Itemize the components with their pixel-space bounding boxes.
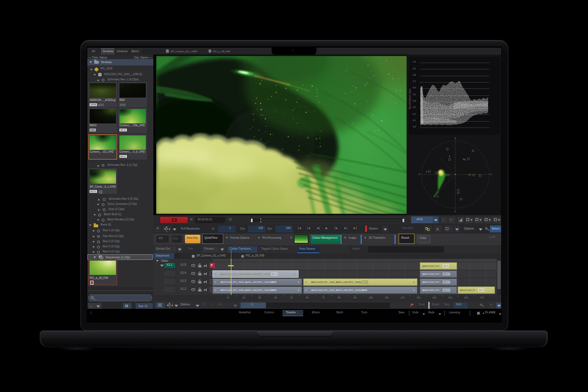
svg-text:Yl: Yl [425, 171, 427, 173]
svg-text:Cy: Cy [457, 189, 460, 191]
svg-text:G: G [437, 196, 439, 198]
svg-text:U: U [455, 137, 457, 139]
svg-text:O: O [490, 173, 492, 176]
svg-text:O: O [419, 173, 420, 176]
svg-text:V: V [455, 211, 457, 213]
svg-text:R: R [449, 156, 451, 158]
svg-text:Mg: Mg [463, 158, 466, 161]
